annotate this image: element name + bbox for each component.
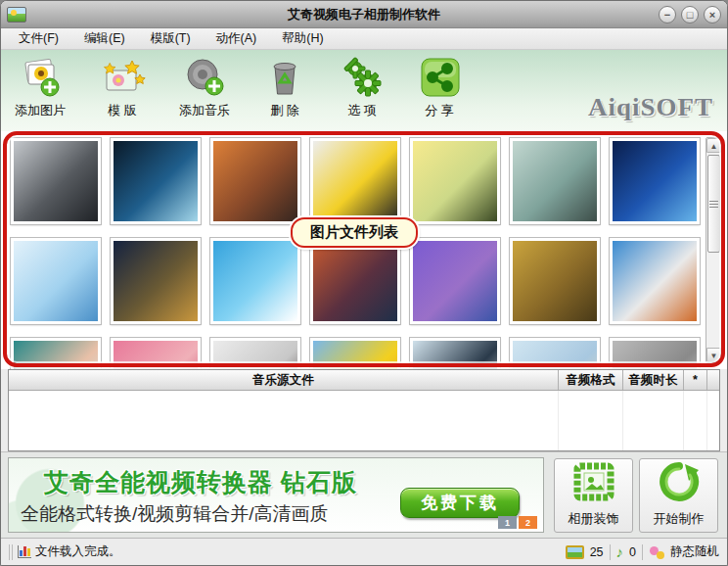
picture-list-callout: 图片文件列表 bbox=[291, 217, 418, 248]
aiqisoft-logo: AiqiSOFT bbox=[588, 94, 713, 122]
app-window: 艾奇视频电子相册制作软件 − □ × 文件(F) 编辑(E) 模版(T) 动作(… bbox=[0, 0, 728, 566]
thumbnail-tower-bridge-purple[interactable] bbox=[410, 238, 500, 324]
window-title: 艾奇视频电子相册制作软件 bbox=[1, 6, 727, 24]
music-count: 0 bbox=[629, 545, 636, 559]
music-list[interactable]: 音乐源文件 音频格式 音频时长 * bbox=[8, 369, 720, 451]
ad-title: 艾奇全能视频转换器 钻石版 bbox=[44, 466, 357, 498]
tool-label: 选 项 bbox=[347, 102, 377, 119]
transition-mode-icon bbox=[649, 545, 664, 559]
start-create-button[interactable]: 开始制作 bbox=[639, 458, 718, 533]
close-button[interactable]: × bbox=[704, 6, 721, 24]
chart-icon bbox=[18, 545, 31, 558]
minimize-button[interactable]: − bbox=[659, 6, 676, 24]
free-download-button[interactable]: 免费下载 bbox=[400, 488, 520, 518]
image-count: 25 bbox=[590, 545, 604, 559]
thumbnail-monument-valley[interactable] bbox=[610, 238, 700, 324]
photo-frame-icon bbox=[572, 462, 615, 507]
toolbar: 添加图片 模 版 bbox=[1, 50, 727, 131]
thumbnail-earth-from-space[interactable] bbox=[111, 138, 201, 224]
ad-subtitle: 全能格式转换/视频剪辑合并/高清画质 bbox=[21, 501, 329, 527]
menu-file[interactable]: 文件(F) bbox=[9, 28, 68, 49]
vertical-scrollbar[interactable]: ▲ ▼ bbox=[705, 137, 722, 363]
add-music-icon bbox=[181, 56, 228, 101]
menu-edit[interactable]: 编辑(E) bbox=[74, 28, 135, 49]
thumbnail-woman-in-pink[interactable] bbox=[111, 338, 201, 369]
thumbnail-ferris-wheel[interactable] bbox=[510, 138, 600, 224]
column-header-filler bbox=[707, 370, 719, 390]
share-button[interactable]: 分 享 bbox=[414, 54, 465, 121]
scrollbar-thumb[interactable] bbox=[707, 155, 720, 253]
banner-page-1[interactable]: 1 bbox=[498, 516, 517, 529]
thumbnail-duckling[interactable] bbox=[410, 138, 500, 224]
thumbnail-eiffel-tower-sepia[interactable] bbox=[510, 238, 600, 324]
menu-bar: 文件(F) 编辑(E) 模版(T) 动作(A) 帮助(H) bbox=[1, 28, 727, 50]
tool-label: 添加图片 bbox=[15, 102, 66, 119]
start-arrow-icon bbox=[658, 462, 701, 507]
share-icon bbox=[418, 56, 461, 101]
options-button[interactable]: 选 项 bbox=[336, 54, 388, 121]
menu-action[interactable]: 动作(A) bbox=[206, 28, 267, 49]
music-note-icon: ♪ bbox=[616, 543, 624, 560]
thumbnail-harbour-bridge-night[interactable] bbox=[610, 138, 700, 224]
thumbnail-eiffel-tower-blue[interactable] bbox=[11, 238, 101, 324]
template-icon bbox=[99, 56, 146, 101]
thumbnail-castle-sunset[interactable] bbox=[310, 238, 400, 324]
thumbnail-girl-with-newspaper[interactable] bbox=[210, 338, 300, 369]
thumbnail-penguins[interactable] bbox=[410, 338, 500, 369]
status-message: 文件载入完成。 bbox=[35, 543, 121, 560]
thumbnail-yellow-tulip[interactable] bbox=[310, 338, 400, 369]
action-label: 开始制作 bbox=[654, 510, 705, 528]
options-icon bbox=[340, 56, 385, 101]
add-music-button[interactable]: 添加音乐 bbox=[175, 54, 234, 121]
thumbnail-eiffel-tower-bw[interactable] bbox=[11, 138, 101, 224]
tool-label: 添加音乐 bbox=[179, 102, 230, 119]
banner-pager: 12 bbox=[498, 516, 537, 529]
image-count-icon bbox=[566, 545, 584, 559]
thumbnail-colosseum-night[interactable] bbox=[111, 238, 201, 324]
picture-list-area: ▲ ▼ 图片文件列表 bbox=[1, 131, 727, 369]
thumbnail-zen-stones-flowers[interactable] bbox=[310, 138, 400, 224]
ad-banner[interactable]: 艾奇全能视频转换器 钻石版 全能格式转换/视频剪辑合并/高清画质 免费下载 12 bbox=[8, 457, 544, 533]
action-label: 相册装饰 bbox=[569, 510, 619, 528]
column-header-star[interactable]: * bbox=[684, 370, 707, 390]
action-buttons: 相册装饰 开始制作 bbox=[552, 457, 720, 533]
menu-template[interactable]: 模版(T) bbox=[141, 28, 201, 49]
statusbar-grip bbox=[9, 544, 13, 560]
thumbnail-water-wave[interactable] bbox=[210, 238, 300, 324]
column-header-source-file[interactable]: 音乐源文件 bbox=[9, 370, 559, 390]
template-button[interactable]: 模 版 bbox=[95, 54, 150, 121]
column-header-audio-duration[interactable]: 音频时长 bbox=[623, 370, 684, 390]
delete-icon bbox=[263, 56, 306, 101]
thumbnail-koala[interactable] bbox=[610, 338, 700, 369]
menu-help[interactable]: 帮助(H) bbox=[272, 28, 333, 49]
add-image-icon bbox=[17, 56, 64, 101]
banner-page-2[interactable]: 2 bbox=[519, 516, 537, 529]
status-bar: 文件载入完成。 25 ♪ 0 静态随机 bbox=[1, 538, 727, 565]
transition-mode: 静态随机 bbox=[670, 543, 719, 560]
album-decorate-button[interactable]: 相册装饰 bbox=[554, 458, 633, 533]
music-list-header: 音乐源文件 音频格式 音频时长 * bbox=[9, 370, 719, 391]
thumbnail-face-teal-hair[interactable] bbox=[11, 338, 101, 369]
title-bar[interactable]: 艾奇视频电子相册制作软件 − □ × bbox=[1, 1, 727, 28]
maximize-button[interactable]: □ bbox=[681, 6, 699, 24]
scroll-down-arrow-icon[interactable]: ▼ bbox=[706, 348, 721, 362]
bottom-panel: 艾奇全能视频转换器 钻石版 全能格式转换/视频剪辑合并/高清画质 免费下载 12… bbox=[1, 451, 727, 538]
thumbnail-grid bbox=[11, 138, 700, 369]
scroll-up-arrow-icon[interactable]: ▲ bbox=[706, 138, 721, 153]
delete-button[interactable]: 删 除 bbox=[259, 54, 310, 121]
thumbnail-stonehenge-sunset[interactable] bbox=[210, 138, 300, 224]
tool-label: 删 除 bbox=[270, 102, 299, 119]
thumbnail-beach-scene[interactable] bbox=[510, 338, 600, 369]
tool-label: 模 版 bbox=[108, 102, 137, 119]
tool-label: 分 享 bbox=[425, 102, 454, 119]
music-list-body[interactable] bbox=[9, 391, 719, 450]
add-images-button[interactable]: 添加图片 bbox=[11, 54, 69, 121]
column-header-audio-format[interactable]: 音频格式 bbox=[559, 370, 623, 390]
